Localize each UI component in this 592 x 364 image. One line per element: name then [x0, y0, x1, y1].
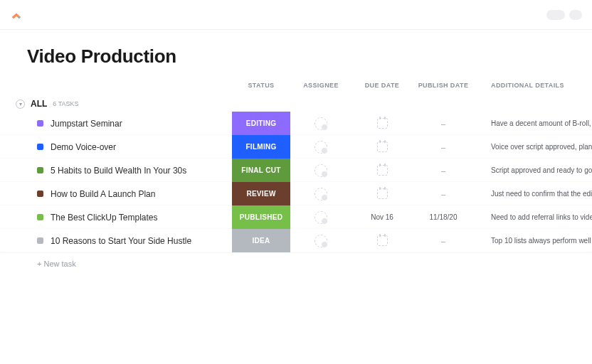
status-square-icon — [37, 144, 43, 150]
calendar-icon[interactable] — [377, 118, 388, 129]
due-date-text: Nov 16 — [371, 213, 393, 221]
empty-dash: – — [441, 143, 445, 151]
status-badge[interactable]: EDITING — [232, 112, 290, 135]
calendar-icon[interactable] — [377, 141, 388, 152]
task-name: 5 Habits to Build Wealth In Your 30s — [51, 166, 186, 176]
assignee-cell[interactable] — [290, 235, 352, 247]
task-name: 10 Reasons to Start Your Side Hustle — [51, 236, 191, 246]
group-name: ALL — [31, 99, 47, 109]
publish-date-cell[interactable]: 11/18/20 — [413, 213, 474, 221]
clickup-logo-icon — [10, 9, 23, 21]
task-name: Demo Voice-over — [51, 142, 116, 152]
task-table: STATUS ASSIGNEE DUE DATE PUBLISH DATE AD… — [0, 79, 592, 268]
task-name: Jumpstart Seminar — [51, 119, 122, 129]
task-row[interactable]: 10 Reasons to Start Your Side HustleIDEA… — [0, 229, 592, 252]
assignee-cell[interactable] — [290, 211, 352, 224]
assign-user-icon[interactable] — [314, 235, 327, 247]
publish-date-cell[interactable]: – — [413, 190, 474, 198]
task-name-cell[interactable]: 10 Reasons to Start Your Side Hustle — [0, 236, 232, 246]
column-header-details[interactable]: ADDITIONAL DETAILS — [474, 82, 592, 89]
column-header-publish-date[interactable]: PUBLISH DATE — [413, 82, 474, 89]
due-date-cell[interactable]: Nov 16 — [352, 213, 413, 221]
status-badge[interactable]: FINAL CUT — [232, 159, 290, 182]
task-name: How to Build A Launch Plan — [51, 189, 155, 199]
calendar-icon[interactable] — [377, 188, 388, 199]
due-date-cell[interactable] — [352, 235, 413, 246]
task-name-cell[interactable]: Demo Voice-over — [0, 142, 232, 152]
assign-user-icon[interactable] — [314, 164, 327, 177]
status-badge[interactable]: FILMING — [232, 135, 290, 159]
empty-dash: – — [441, 119, 445, 128]
empty-dash: – — [441, 190, 445, 198]
status-square-icon — [37, 167, 43, 173]
app-frame: Video Production STATUS ASSIGNEE DUE DAT… — [0, 0, 592, 364]
details-cell[interactable]: Voice over script approved, plannin — [474, 143, 592, 151]
assignee-cell[interactable] — [290, 164, 352, 177]
empty-dash: – — [441, 237, 445, 245]
details-cell[interactable]: Have a decent amount of B-roll, ma — [474, 119, 592, 127]
due-date-cell[interactable] — [352, 141, 413, 152]
publish-date-cell[interactable]: – — [413, 237, 474, 245]
details-cell[interactable]: Top 10 lists always perform well — [474, 237, 592, 245]
chevron-down-icon[interactable]: ▾ — [16, 100, 25, 109]
publish-date-cell[interactable]: – — [413, 143, 474, 151]
group-header[interactable]: ▾ ALL 6 TASKS — [0, 96, 592, 112]
group-count: 6 TASKS — [53, 100, 78, 107]
assign-user-icon[interactable] — [314, 188, 327, 200]
task-row[interactable]: Jumpstart SeminarEDITING–Have a decent a… — [0, 112, 592, 135]
task-row[interactable]: 5 Habits to Build Wealth In Your 30sFINA… — [0, 159, 592, 182]
task-name-cell[interactable]: How to Build A Launch Plan — [0, 189, 232, 199]
status-badge[interactable]: REVIEW — [232, 182, 290, 205]
empty-dash: – — [441, 166, 445, 175]
topbar-actions — [546, 10, 582, 20]
assign-user-icon[interactable] — [314, 211, 327, 224]
column-header-assignee[interactable]: ASSIGNEE — [290, 82, 352, 89]
publish-date-text: 11/18/20 — [430, 213, 458, 221]
status-square-icon — [37, 237, 43, 244]
topbar-placeholder-button[interactable] — [569, 10, 582, 20]
task-name-cell[interactable]: 5 Habits to Build Wealth In Your 30s — [0, 166, 232, 176]
calendar-icon[interactable] — [377, 165, 388, 176]
status-square-icon — [37, 191, 43, 197]
status-badge[interactable]: PUBLISHED — [232, 205, 290, 229]
status-square-icon — [37, 120, 43, 127]
due-date-cell[interactable] — [352, 188, 413, 199]
status-badge[interactable]: IDEA — [232, 229, 290, 252]
assignee-cell[interactable] — [290, 188, 352, 200]
topbar — [0, 0, 592, 30]
assign-user-icon[interactable] — [314, 141, 327, 154]
assignee-cell[interactable] — [290, 141, 352, 154]
publish-date-cell[interactable]: – — [413, 119, 474, 128]
assignee-cell[interactable] — [290, 117, 352, 130]
table-header-row: STATUS ASSIGNEE DUE DATE PUBLISH DATE AD… — [0, 79, 592, 92]
due-date-cell[interactable] — [352, 165, 413, 176]
new-task-button[interactable]: + New task — [0, 252, 592, 268]
column-header-due-date[interactable]: DUE DATE — [352, 82, 413, 89]
column-header-status[interactable]: STATUS — [232, 82, 290, 89]
task-row[interactable]: The Best ClickUp TemplatesPUBLISHEDNov 1… — [0, 205, 592, 229]
topbar-placeholder-button[interactable] — [546, 10, 565, 20]
details-cell[interactable]: Script approved and ready to go! — [474, 166, 592, 174]
calendar-icon[interactable] — [377, 235, 388, 246]
task-row[interactable]: Demo Voice-overFILMING–Voice over script… — [0, 135, 592, 159]
task-name: The Best ClickUp Templates — [51, 213, 158, 223]
publish-date-cell[interactable]: – — [413, 166, 474, 175]
assign-user-icon[interactable] — [314, 117, 327, 130]
task-name-cell[interactable]: Jumpstart Seminar — [0, 119, 232, 129]
task-list: Jumpstart SeminarEDITING–Have a decent a… — [0, 112, 592, 252]
page-title: Video Production — [0, 30, 592, 79]
status-square-icon — [37, 214, 43, 220]
details-cell[interactable]: Just need to confirm that the edite — [474, 190, 592, 198]
task-row[interactable]: How to Build A Launch PlanREVIEW–Just ne… — [0, 182, 592, 205]
details-cell[interactable]: Need to add referral links to video a — [474, 213, 592, 221]
task-name-cell[interactable]: The Best ClickUp Templates — [0, 213, 232, 223]
due-date-cell[interactable] — [352, 118, 413, 129]
